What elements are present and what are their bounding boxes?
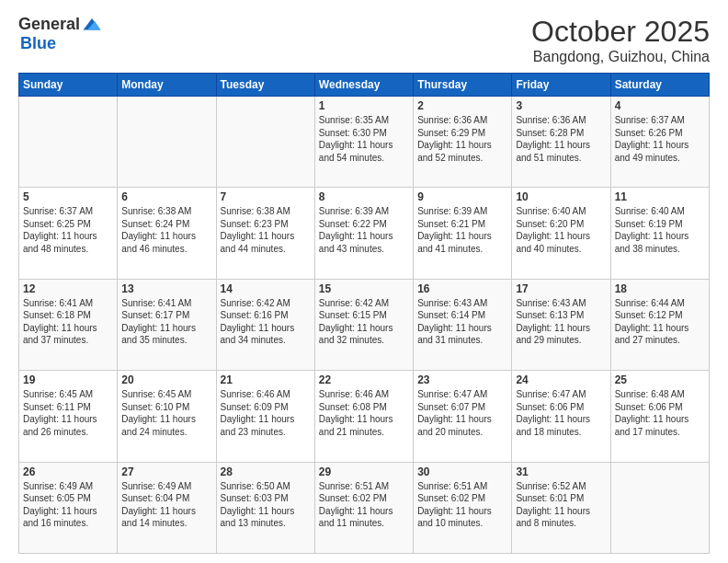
day-info: Sunrise: 6:48 AMSunset: 6:06 PMDaylight:…	[615, 388, 705, 438]
calendar-week: 12Sunrise: 6:41 AMSunset: 6:18 PMDayligh…	[19, 279, 710, 370]
day-number: 17	[516, 282, 606, 295]
calendar-cell: 15Sunrise: 6:42 AMSunset: 6:15 PMDayligh…	[314, 279, 413, 370]
logo-blue: Blue	[20, 34, 56, 53]
day-info: Sunrise: 6:35 AMSunset: 6:30 PMDaylight:…	[319, 114, 409, 164]
day-number: 23	[417, 373, 507, 386]
calendar-cell: 5Sunrise: 6:37 AMSunset: 6:25 PMDaylight…	[19, 188, 118, 279]
logo-general: General	[18, 15, 80, 34]
day-info: Sunrise: 6:42 AMSunset: 6:16 PMDaylight:…	[221, 297, 311, 347]
calendar-week: 19Sunrise: 6:45 AMSunset: 6:11 PMDayligh…	[19, 371, 710, 462]
calendar-cell: 9Sunrise: 6:39 AMSunset: 6:21 PMDaylight…	[414, 188, 512, 279]
day-number: 16	[417, 282, 507, 295]
calendar-cell: 6Sunrise: 6:38 AMSunset: 6:24 PMDaylight…	[118, 188, 216, 279]
day-info: Sunrise: 6:46 AMSunset: 6:09 PMDaylight:…	[221, 388, 311, 438]
day-number: 9	[417, 190, 507, 203]
calendar-cell: 14Sunrise: 6:42 AMSunset: 6:16 PMDayligh…	[216, 279, 314, 370]
calendar-cell: 17Sunrise: 6:43 AMSunset: 6:13 PMDayligh…	[512, 279, 610, 370]
day-number: 13	[121, 282, 211, 295]
calendar-cell: 1Sunrise: 6:35 AMSunset: 6:30 PMDaylight…	[314, 97, 413, 188]
calendar-cell: 10Sunrise: 6:40 AMSunset: 6:20 PMDayligh…	[512, 188, 610, 279]
weekday-header: Saturday	[610, 74, 709, 97]
calendar-cell	[216, 97, 314, 188]
calendar-cell: 2Sunrise: 6:36 AMSunset: 6:29 PMDaylight…	[414, 97, 512, 188]
calendar-cell: 22Sunrise: 6:46 AMSunset: 6:08 PMDayligh…	[314, 371, 413, 462]
day-number: 28	[221, 465, 311, 478]
day-info: Sunrise: 6:47 AMSunset: 6:07 PMDaylight:…	[417, 388, 507, 438]
calendar-cell: 16Sunrise: 6:43 AMSunset: 6:14 PMDayligh…	[414, 279, 512, 370]
calendar: SundayMondayTuesdayWednesdayThursdayFrid…	[18, 73, 710, 554]
day-info: Sunrise: 6:36 AMSunset: 6:28 PMDaylight:…	[516, 114, 606, 164]
calendar-body: 1Sunrise: 6:35 AMSunset: 6:30 PMDaylight…	[19, 97, 710, 554]
day-info: Sunrise: 6:46 AMSunset: 6:08 PMDaylight:…	[319, 388, 409, 438]
day-number: 24	[516, 373, 606, 386]
calendar-header: SundayMondayTuesdayWednesdayThursdayFrid…	[19, 74, 710, 97]
calendar-week: 1Sunrise: 6:35 AMSunset: 6:30 PMDaylight…	[19, 97, 710, 188]
day-info: Sunrise: 6:38 AMSunset: 6:23 PMDaylight:…	[221, 205, 311, 255]
day-number: 29	[319, 465, 409, 478]
calendar-cell	[118, 97, 216, 188]
page: General Blue October 2025 Bangdong, Guiz…	[0, 0, 728, 563]
day-number: 11	[615, 190, 705, 203]
calendar-cell: 24Sunrise: 6:47 AMSunset: 6:06 PMDayligh…	[512, 371, 610, 462]
day-info: Sunrise: 6:42 AMSunset: 6:15 PMDaylight:…	[319, 297, 409, 347]
day-number: 14	[221, 282, 311, 295]
day-number: 26	[23, 465, 113, 478]
day-number: 8	[319, 190, 409, 203]
calendar-cell: 25Sunrise: 6:48 AMSunset: 6:06 PMDayligh…	[610, 371, 709, 462]
day-info: Sunrise: 6:43 AMSunset: 6:13 PMDaylight:…	[516, 297, 606, 347]
calendar-cell: 20Sunrise: 6:45 AMSunset: 6:10 PMDayligh…	[118, 371, 216, 462]
logo-text: General	[18, 15, 102, 34]
calendar-cell: 3Sunrise: 6:36 AMSunset: 6:28 PMDaylight…	[512, 97, 610, 188]
weekday-header: Sunday	[19, 74, 118, 97]
calendar-cell: 13Sunrise: 6:41 AMSunset: 6:17 PMDayligh…	[118, 279, 216, 370]
day-number: 6	[121, 190, 211, 203]
day-info: Sunrise: 6:41 AMSunset: 6:17 PMDaylight:…	[121, 297, 211, 347]
calendar-cell: 19Sunrise: 6:45 AMSunset: 6:11 PMDayligh…	[19, 371, 118, 462]
day-info: Sunrise: 6:40 AMSunset: 6:19 PMDaylight:…	[615, 205, 705, 255]
day-number: 2	[417, 99, 507, 112]
day-number: 22	[319, 373, 409, 386]
calendar-cell: 26Sunrise: 6:49 AMSunset: 6:05 PMDayligh…	[19, 462, 118, 553]
calendar-cell: 28Sunrise: 6:50 AMSunset: 6:03 PMDayligh…	[216, 462, 314, 553]
day-number: 27	[121, 465, 211, 478]
weekday-header: Friday	[512, 74, 610, 97]
day-number: 1	[319, 99, 409, 112]
day-info: Sunrise: 6:39 AMSunset: 6:22 PMDaylight:…	[319, 205, 409, 255]
calendar-week: 26Sunrise: 6:49 AMSunset: 6:05 PMDayligh…	[19, 462, 710, 553]
location: Bangdong, Guizhou, China	[531, 49, 710, 65]
day-info: Sunrise: 6:41 AMSunset: 6:18 PMDaylight:…	[23, 297, 113, 347]
day-number: 21	[221, 373, 311, 386]
logo: General Blue	[18, 15, 102, 53]
day-info: Sunrise: 6:44 AMSunset: 6:12 PMDaylight:…	[615, 297, 705, 347]
title-block: October 2025 Bangdong, Guizhou, China	[531, 15, 710, 65]
day-info: Sunrise: 6:52 AMSunset: 6:01 PMDaylight:…	[516, 480, 606, 530]
month-title: October 2025	[531, 15, 710, 49]
calendar-cell: 7Sunrise: 6:38 AMSunset: 6:23 PMDaylight…	[216, 188, 314, 279]
header: General Blue October 2025 Bangdong, Guiz…	[18, 15, 710, 65]
day-number: 31	[516, 465, 606, 478]
calendar-cell: 31Sunrise: 6:52 AMSunset: 6:01 PMDayligh…	[512, 462, 610, 553]
day-number: 12	[23, 282, 113, 295]
weekday-row: SundayMondayTuesdayWednesdayThursdayFrid…	[19, 74, 710, 97]
day-info: Sunrise: 6:51 AMSunset: 6:02 PMDaylight:…	[417, 480, 507, 530]
calendar-cell	[19, 97, 118, 188]
weekday-header: Monday	[118, 74, 216, 97]
day-info: Sunrise: 6:49 AMSunset: 6:05 PMDaylight:…	[23, 480, 113, 530]
day-number: 7	[221, 190, 311, 203]
day-number: 5	[23, 190, 113, 203]
day-number: 20	[121, 373, 211, 386]
day-info: Sunrise: 6:47 AMSunset: 6:06 PMDaylight:…	[516, 388, 606, 438]
weekday-header: Wednesday	[314, 74, 413, 97]
day-info: Sunrise: 6:40 AMSunset: 6:20 PMDaylight:…	[516, 205, 606, 255]
calendar-cell: 21Sunrise: 6:46 AMSunset: 6:09 PMDayligh…	[216, 371, 314, 462]
calendar-cell: 23Sunrise: 6:47 AMSunset: 6:07 PMDayligh…	[414, 371, 512, 462]
calendar-cell: 12Sunrise: 6:41 AMSunset: 6:18 PMDayligh…	[19, 279, 118, 370]
day-info: Sunrise: 6:36 AMSunset: 6:29 PMDaylight:…	[417, 114, 507, 164]
day-info: Sunrise: 6:37 AMSunset: 6:25 PMDaylight:…	[23, 205, 113, 255]
day-info: Sunrise: 6:43 AMSunset: 6:14 PMDaylight:…	[417, 297, 507, 347]
day-number: 18	[615, 282, 705, 295]
weekday-header: Thursday	[414, 74, 512, 97]
calendar-cell: 4Sunrise: 6:37 AMSunset: 6:26 PMDaylight…	[610, 97, 709, 188]
day-number: 25	[615, 373, 705, 386]
day-info: Sunrise: 6:49 AMSunset: 6:04 PMDaylight:…	[121, 480, 211, 530]
